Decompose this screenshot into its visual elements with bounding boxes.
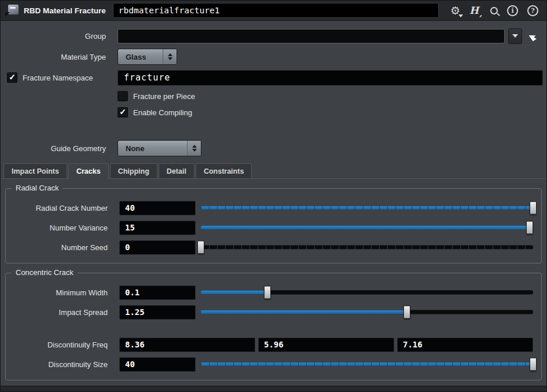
spinner-down-icon bbox=[168, 57, 172, 60]
number-variance-row: Number Variance bbox=[6, 218, 533, 237]
node-menu-triangle-icon bbox=[5, 12, 10, 17]
number-variance-input[interactable] bbox=[119, 221, 196, 235]
houdini-operator-icon[interactable]: H bbox=[469, 5, 481, 16]
discontinuity-freq-fields bbox=[119, 338, 533, 352]
material-type-value: Glass bbox=[118, 49, 163, 64]
radial-crack-number-slider[interactable] bbox=[201, 201, 533, 215]
impact-spread-slider[interactable] bbox=[201, 305, 533, 319]
guide-geometry-dropdown[interactable]: None bbox=[118, 140, 201, 156]
group-input[interactable] bbox=[118, 29, 505, 43]
slider-handle[interactable] bbox=[197, 241, 204, 254]
concentric-crack-group-title: Concentric Crack bbox=[12, 268, 78, 277]
header-bar: RBD Material Fracture ⚙ H i ? bbox=[1, 1, 546, 21]
section-spacer bbox=[1, 120, 546, 138]
slider-track[interactable] bbox=[201, 206, 533, 210]
number-seed-slider[interactable] bbox=[201, 240, 533, 254]
slider-handle[interactable] bbox=[403, 306, 410, 319]
radial-crack-group: Radial Crack Radial Crack Number Number … bbox=[5, 188, 542, 263]
discontinuity-size-input[interactable] bbox=[119, 357, 196, 372]
rbd-material-fracture-panel: RBD Material Fracture ⚙ H i ? Group bbox=[0, 0, 547, 392]
number-seed-input[interactable] bbox=[119, 240, 196, 255]
spinner-up-icon bbox=[168, 53, 172, 56]
number-variance-slider[interactable] bbox=[201, 221, 533, 235]
discontinuity-freq-y-input[interactable] bbox=[258, 338, 394, 352]
fracture-namespace-field-wrap bbox=[118, 70, 543, 86]
material-type-label: Material Type bbox=[4, 53, 118, 61]
slider-fill bbox=[201, 206, 533, 210]
number-variance-label: Number Variance bbox=[6, 224, 119, 232]
fracture-namespace-label-wrap: Fracture Namespace bbox=[4, 72, 118, 83]
tab-chipping[interactable]: Chipping bbox=[110, 163, 157, 178]
concentric-crack-group: Concentric Crack Minimum Width Impact Sp… bbox=[5, 273, 542, 380]
discontinuity-size-label: Discontinuity Size bbox=[6, 360, 119, 369]
slider-fill bbox=[201, 291, 267, 295]
slider-handle[interactable] bbox=[526, 221, 533, 235]
search-icon[interactable] bbox=[490, 7, 498, 14]
group-select-arrow-button[interactable] bbox=[526, 28, 543, 43]
discontinuity-freq-z-input[interactable] bbox=[397, 338, 533, 352]
header-icon-bar: ⚙ H i ? bbox=[443, 5, 542, 16]
fracture-namespace-row: Fracture Namespace bbox=[1, 67, 546, 88]
tab-constraints[interactable]: Constraints bbox=[196, 163, 252, 178]
discontinuity-freq-row: Discontinuity Freq bbox=[6, 335, 533, 354]
group-field-wrap bbox=[118, 28, 543, 44]
radial-crack-number-input[interactable] bbox=[119, 201, 196, 215]
guide-geometry-field-wrap: None bbox=[118, 140, 543, 156]
slider-fill bbox=[201, 310, 407, 314]
slider-handle[interactable] bbox=[530, 358, 537, 371]
cracks-tab-panel: Radial Crack Radial Crack Number Number … bbox=[1, 178, 546, 380]
slider-fill bbox=[201, 226, 530, 230]
group-dropdown-button[interactable] bbox=[508, 28, 522, 44]
slider-track[interactable] bbox=[201, 362, 533, 367]
group-label: Group bbox=[4, 32, 118, 41]
guide-geometry-label: Guide Geometry bbox=[4, 144, 118, 153]
discontinuity-size-slider[interactable] bbox=[201, 357, 533, 371]
fracture-namespace-checkbox[interactable] bbox=[7, 72, 17, 83]
discontinuity-size-row: Discontinuity Size bbox=[6, 354, 533, 374]
material-type-row: Material Type Glass bbox=[1, 46, 546, 67]
guide-geometry-spinner[interactable] bbox=[187, 141, 201, 156]
fracture-namespace-input[interactable] bbox=[118, 70, 543, 86]
node-type-icon[interactable] bbox=[5, 3, 19, 17]
help-icon[interactable]: ? bbox=[527, 5, 538, 16]
node-type-title: RBD Material Fracture bbox=[24, 6, 108, 15]
info-icon[interactable]: i bbox=[507, 5, 518, 16]
minimum-width-input[interactable] bbox=[119, 285, 196, 300]
fracture-per-piece-label: Fracture per Piece bbox=[128, 92, 195, 101]
number-seed-label: Number Seed bbox=[6, 243, 119, 252]
slider-fill bbox=[201, 362, 533, 367]
impact-spread-label: Impact Spread bbox=[6, 308, 119, 317]
minimum-width-row: Minimum Width bbox=[6, 283, 533, 302]
number-seed-row: Number Seed bbox=[6, 237, 533, 257]
parameter-pane: Group Material Type Glass bbox=[1, 21, 546, 159]
fracture-per-piece-row: Fracture per Piece bbox=[1, 88, 546, 104]
slider-handle[interactable] bbox=[530, 202, 537, 215]
spinner-down-icon bbox=[192, 149, 197, 152]
tab-detail[interactable]: Detail bbox=[159, 163, 194, 178]
slider-track[interactable] bbox=[201, 310, 533, 314]
slider-handle[interactable] bbox=[264, 286, 271, 299]
enable-compiling-checkbox[interactable] bbox=[118, 107, 128, 118]
slider-track[interactable] bbox=[201, 246, 533, 250]
minimum-width-slider[interactable] bbox=[201, 285, 533, 299]
tab-bar: Impact Points Cracks Chipping Detail Con… bbox=[1, 163, 546, 178]
fracture-namespace-label: Fracture Namespace bbox=[17, 74, 93, 82]
material-type-spinner[interactable] bbox=[163, 49, 177, 64]
fracture-per-piece-checkbox[interactable] bbox=[118, 91, 128, 101]
bottom-edge-bar bbox=[1, 386, 546, 391]
discontinuity-freq-x-input[interactable] bbox=[119, 338, 255, 352]
slider-track[interactable] bbox=[201, 291, 533, 295]
enable-compiling-row: Enable Compiling bbox=[1, 104, 546, 120]
chevron-down-icon bbox=[512, 34, 518, 38]
radial-crack-number-label: Radial Crack Number bbox=[6, 204, 119, 213]
impact-spread-input[interactable] bbox=[119, 305, 196, 320]
group-row: Group bbox=[1, 25, 546, 46]
tab-impact-points[interactable]: Impact Points bbox=[3, 163, 67, 178]
material-type-dropdown[interactable]: Glass bbox=[118, 49, 177, 65]
radial-crack-number-row: Radial Crack Number bbox=[6, 198, 533, 218]
tab-cracks[interactable]: Cracks bbox=[68, 163, 109, 179]
presets-gear-icon[interactable]: ⚙ bbox=[450, 5, 460, 16]
node-name-input[interactable] bbox=[113, 3, 439, 18]
enable-compiling-label: Enable Compiling bbox=[128, 108, 192, 117]
slider-track[interactable] bbox=[201, 226, 533, 230]
